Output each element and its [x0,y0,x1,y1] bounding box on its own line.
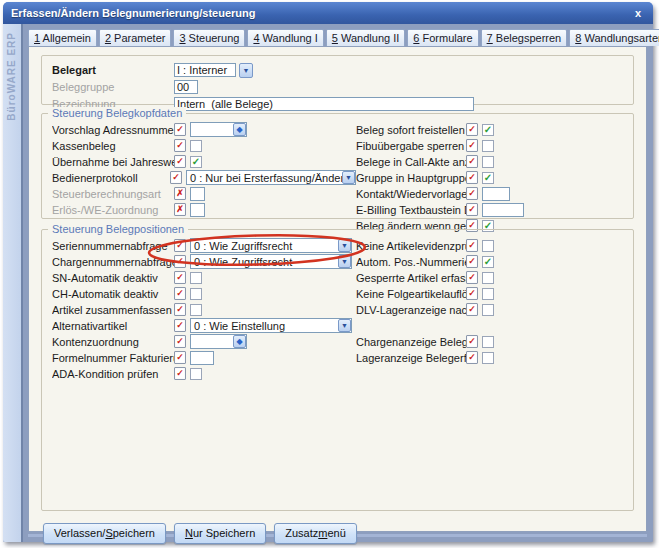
edit-flag-icon[interactable]: ✓ [466,123,478,136]
tab-wandlung-2[interactable]: 5 Wandlung II [326,29,405,46]
edit-flag-icon[interactable]: ✓ [174,303,186,316]
edit-flag-icon[interactable]: ✓ [466,271,478,284]
ebilling-field[interactable] [482,203,524,217]
bedienerprotokoll-select[interactable]: 0 : Nur bei Ersterfassung/Änderung▼ [186,170,356,185]
dlv-lageranzeige-checkbox[interactable] [482,304,494,316]
verlassen-speichern-button[interactable]: Verlassen/Speichern [43,523,166,544]
tab-formulare[interactable]: 6 Formulare [407,29,478,46]
field-label: Chargennummernabfrage [52,256,174,268]
nur-speichern-button[interactable]: Nur Speichern [174,523,266,544]
edit-flag-icon[interactable]: ✓ [466,203,478,216]
field-label: Lageranzeige Belegerfassung [356,352,466,364]
dropdown-arrow-icon[interactable]: ▼ [342,171,355,184]
steuerberechnungsart-field[interactable] [190,187,205,201]
dropdown-arrow-icon[interactable]: ▼ [338,319,351,332]
freistellen-checkbox[interactable]: ✓ [482,124,494,136]
brand-label: BüroWARE ERP [6,32,17,121]
edit-flag-icon[interactable]: ✓ [466,155,478,168]
lageranzeige-checkbox[interactable] [482,352,494,364]
gesperrte-artikel-checkbox[interactable] [482,272,494,284]
edit-flag-icon[interactable]: ✓ [466,303,478,316]
row-folgeartikel: Keine Folgeartikelauflösung ✓ [356,286,625,301]
edit-flag-icon[interactable]: ✓ [466,335,478,348]
kopfdaten-group-title: Steuerung Belegkopfdaten [48,107,186,119]
dialog-window: Erfassen/Ändern Belegnumerierung/steueru… [3,2,653,542]
edit-flag-icon[interactable]: ✓ [174,255,186,268]
edit-flag-icon[interactable]: ✓ [466,171,478,184]
kontakt-kategorie-field[interactable] [482,187,510,201]
dropdown-arrow-icon[interactable]: ▼ [338,239,351,252]
edit-flag-icon[interactable]: ✓ [466,255,478,268]
edit-flag-icon[interactable]: ✓ [174,287,186,300]
edit-flag-icon[interactable]: ✓ [174,155,186,168]
seriennummernabfrage-select[interactable]: 0 : Wie Zugriffsrecht▼ [190,238,352,253]
row-lageranzeige: Lageranzeige Belegerfassung ✓ [356,350,625,365]
edit-flag-icon[interactable]: ✓ [174,139,186,152]
chargenanzeige-checkbox[interactable] [482,336,494,348]
zusatzmenue-button[interactable]: Zusatzmenü [274,523,357,544]
ch-automatik-checkbox[interactable] [190,288,202,300]
pos-nummerierung-checkbox[interactable]: ✓ [482,256,494,268]
edit-flag-icon[interactable]: ✓ [466,187,478,200]
zusammenfassen-checkbox[interactable] [190,304,202,316]
uebernahme-checkbox[interactable]: ✓ [190,156,202,168]
call-akte-checkbox[interactable] [482,156,494,168]
edit-flag-icon[interactable]: ✓ [174,271,186,284]
kopfdaten-left-column: Vorschlag Adressnummer ✓ ◆ Kassenbeleg ✓… [52,122,356,234]
field-label: Steuerberechnungsart [52,188,174,200]
sn-automatik-checkbox[interactable] [190,272,202,284]
kopfdaten-groupbox: Steuerung Belegkopfdaten Vorschlag Adres… [41,113,634,219]
edit-flag-icon[interactable]: ✓ [466,351,478,364]
edit-flag-icon[interactable]: ✓ [170,171,182,184]
edit-locked-icon[interactable]: ✗ [174,203,186,216]
row-formelnummer: Formelnummer Fakturierung ✓ [52,350,356,365]
field-label: DLV-Lageranzeige nach Lagerort [356,304,466,316]
edit-flag-icon[interactable]: ✓ [466,287,478,300]
row-ada-kondition: ADA-Kondition prüfen ✓ [52,366,356,381]
ada-kondition-checkbox[interactable] [190,368,202,380]
formelnummer-field[interactable] [190,351,214,365]
vorschlag-adressnummer-spinner[interactable]: ◆ [190,122,247,137]
beleggruppe-field[interactable]: 00 [174,80,198,94]
artikelevidenz-checkbox[interactable] [482,240,494,252]
edit-locked-icon[interactable]: ✗ [174,187,186,200]
tab-allgemein[interactable]: 1 Allgemein [28,29,97,46]
edit-flag-icon[interactable]: ✓ [466,239,478,252]
alternativartikel-select[interactable]: 0 : Wie Einstellung▼ [190,318,352,333]
close-icon[interactable]: x [631,7,645,19]
field-label: SN-Automatik deaktiv [52,272,174,284]
row-kontakt-wiedervorlage: Kontakt/Wiedervorlagekategorie ✓ [356,186,625,201]
edit-flag-icon[interactable]: ✓ [174,335,186,348]
edit-flag-icon[interactable]: ✓ [174,319,186,332]
row-fibuuebergabe-sperren: Fibuübergabe sperren ✓ [356,138,625,153]
dropdown-arrow-icon[interactable]: ▼ [338,255,351,268]
belegart-combo-value[interactable]: I : Interner [174,63,236,77]
edit-flag-icon[interactable]: ✓ [174,123,186,136]
folgeartikel-checkbox[interactable] [482,288,494,300]
fibu-checkbox[interactable] [482,140,494,152]
edit-flag-icon[interactable]: ✓ [174,367,186,380]
hauptgruppe-checkbox[interactable]: ✓ [482,172,494,184]
chargennummernabfrage-select[interactable]: 0 : Wie Zugriffsrecht▼ [190,254,352,269]
tab-wandlungsarten[interactable]: 8 Wandlungsarten [569,29,659,46]
spinner-icon[interactable]: ◆ [233,123,246,136]
titlebar[interactable]: Erfassen/Ändern Belegnumerierung/steueru… [3,2,653,24]
kassenbeleg-checkbox[interactable] [190,140,202,152]
positionen-right-column: Keine Artikelevidenzprüfung ✓ Autom. Pos… [356,238,625,382]
tab-parameter[interactable]: 2 Parameter [99,29,172,46]
edit-flag-icon[interactable]: ✓ [466,139,478,152]
tab-steuerung[interactable]: 3 Steuerung [173,29,245,46]
belegart-dropdown-arrow-icon[interactable]: ▼ [239,63,253,78]
field-label: Alternativartikel [52,320,174,332]
spinner-icon[interactable]: ◆ [233,335,246,348]
field-label: Kontenzuordnung [52,336,174,348]
row-artikel-zusammenfassen: Artikel zusammenfassen ✓ [52,302,356,317]
tab-belegsperren[interactable]: 7 Belegsperren [481,29,568,46]
bezeichnung-field[interactable]: Intern (alle Belege) [174,97,474,111]
edit-flag-icon[interactable]: ✓ [174,351,186,364]
kontenzuordnung-spinner[interactable]: ◆ [190,334,247,349]
edit-flag-icon[interactable]: ✓ [174,239,186,252]
tab-wandlung-1[interactable]: 4 Wandlung I [247,29,323,46]
erloes-we-field[interactable] [190,203,205,217]
tab-bar: 1 Allgemein 2 Parameter 3 Steuerung 4 Wa… [28,27,647,46]
